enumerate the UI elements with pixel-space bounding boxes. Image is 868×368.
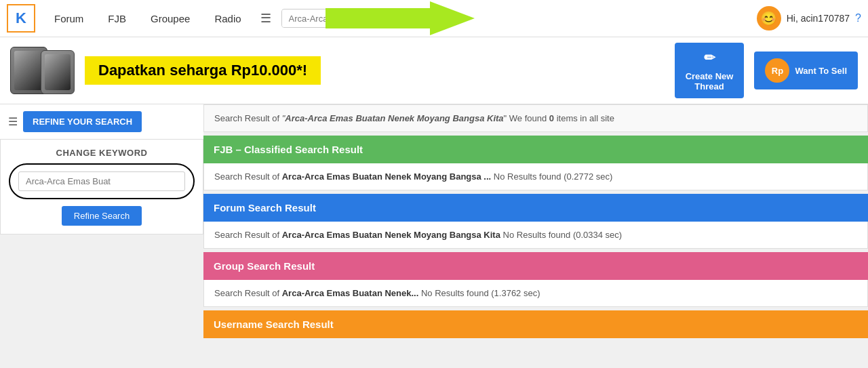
hamburger-icon[interactable]: ☰	[254, 11, 278, 26]
sidebar: ☰ REFINE YOUR SEARCH CHANGE KEYWORD Refi…	[0, 104, 203, 338]
sidebar-hamburger-icon[interactable]: ☰	[8, 115, 18, 128]
fjb-body-suffix: No Results found (0.2772 sec)	[491, 171, 612, 182]
forum-body-keyword: Arca-Arca Emas Buatan Nenek Moyang Bangs…	[282, 230, 500, 240]
forum-section-header: Forum Search Result	[203, 194, 868, 222]
create-thread-icon: ✏	[704, 49, 715, 66]
promo-normal: seharga	[165, 62, 231, 79]
phone-images	[10, 47, 75, 94]
username-section-header: Username Search Result	[203, 310, 868, 338]
search-result-bar: Search Result of "Arca-Arca Emas Buatan …	[203, 104, 868, 132]
forum-body-suffix: No Results found (0.0334 sec)	[500, 230, 622, 240]
logo-k: K	[16, 9, 26, 27]
group-body-keyword: Arca-Arca Emas Buatan Nenek...	[282, 288, 419, 298]
fjb-body-keyword: Arca-Arca Emas Buatan Nenek Moyang Bangs…	[282, 171, 492, 182]
result-suffix: items in all site	[554, 113, 614, 123]
nav-forum[interactable]: Forum	[42, 0, 96, 37]
logo-box[interactable]: K	[7, 4, 35, 33]
keyword-oval	[9, 163, 195, 199]
fjb-section-header: FJB – Classified Search Result	[203, 136, 868, 163]
result-found-text: " We found	[504, 113, 549, 123]
help-icon[interactable]: ?	[855, 12, 861, 24]
main-content: ☰ REFINE YOUR SEARCH CHANGE KEYWORD Refi…	[0, 104, 868, 338]
nav-fjb[interactable]: FJB	[96, 0, 138, 37]
results-area: Search Result of "Arca-Arca Emas Buatan …	[203, 104, 868, 338]
phone-img-2	[41, 50, 75, 94]
username-text: Hi, acin170787	[787, 13, 850, 24]
want-to-sell-button[interactable]: Rp Want To Sell	[754, 52, 858, 89]
promo-bold: Dapatkan	[98, 62, 165, 79]
group-section-header: Group Search Result	[203, 252, 868, 280]
refine-search-button[interactable]: Refine Search	[62, 206, 142, 226]
rp-icon: Rp	[765, 58, 789, 83]
top-nav: K Forum FJB Groupee Radio ☰ 🔍 😊 Hi, acin…	[0, 0, 868, 37]
nav-radio[interactable]: Radio	[202, 0, 253, 37]
user-area: 😊 Hi, acin170787 ?	[757, 6, 861, 30]
forum-body-prefix: Search Result of	[214, 230, 282, 240]
promo-price: Rp10.000*!	[231, 62, 308, 79]
create-thread-label: Create NewThread	[686, 71, 734, 91]
nav-groupee[interactable]: Groupee	[138, 0, 202, 37]
fjb-body-prefix: Search Result of	[214, 171, 282, 182]
keyword-input[interactable]	[18, 171, 185, 191]
result-prefix: Search Result of	[214, 113, 282, 123]
promo-text: Dapatkan seharga Rp10.000*!	[85, 56, 321, 85]
want-to-sell-label: Want To Sell	[795, 66, 847, 76]
banner-area: Dapatkan seharga Rp10.000*! ✏ Create New…	[0, 37, 868, 104]
change-keyword-label: CHANGE KEYWORD	[9, 148, 195, 158]
result-query-text: Arca-Arca Emas Buatan Nenek Moyang Bangs…	[285, 113, 503, 123]
nav-links: Forum FJB Groupee Radio	[42, 0, 254, 37]
arrow-shape	[326, 1, 475, 35]
group-body-prefix: Search Result of	[214, 288, 282, 298]
sidebar-panel: CHANGE KEYWORD Refine Search	[0, 139, 203, 234]
result-count: 0	[549, 113, 554, 123]
avatar: 😊	[757, 6, 781, 30]
create-thread-button[interactable]: ✏ Create NewThread	[675, 43, 745, 98]
fjb-section-body: Search Result of Arca-Arca Emas Buatan N…	[203, 163, 868, 190]
forum-section-body: Search Result of Arca-Arca Emas Buatan N…	[203, 222, 868, 249]
group-body-suffix: No Results found (1.3762 sec)	[418, 288, 540, 298]
arrow-indicator	[326, 1, 475, 35]
group-section-body: Search Result of Arca-Arca Emas Buatan N…	[203, 280, 868, 307]
sidebar-header: ☰ REFINE YOUR SEARCH	[0, 104, 203, 139]
refine-your-search-button[interactable]: REFINE YOUR SEARCH	[23, 111, 142, 132]
